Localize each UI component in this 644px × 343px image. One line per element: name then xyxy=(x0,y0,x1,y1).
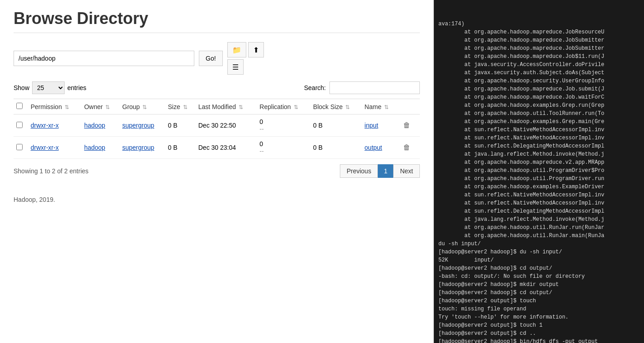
replication-value-1: 0 xyxy=(259,140,263,148)
terminal-line: Try 'touch --help' for more information. xyxy=(438,313,639,321)
sort-permission-icon[interactable]: ⇅ xyxy=(65,104,69,110)
terminal-content: ava:174) at org.apache.hadoop.mapreduce.… xyxy=(438,20,639,343)
col-permission-label: Permission xyxy=(31,103,62,110)
row-replication: 0 -- xyxy=(257,137,310,159)
delete-button-1[interactable]: 🗑 xyxy=(400,143,413,152)
show-entries: Show 10 25 50 100 entries xyxy=(14,81,86,94)
terminal-panel: ava:174) at org.apache.hadoop.mapreduce.… xyxy=(434,0,644,343)
table-row: drwxr-xr-x hadoop supergroup 0 B Dec 30 … xyxy=(14,137,420,159)
terminal-line: at org.apache.hadoop.mapreduce.v2.app.MR… xyxy=(438,158,639,167)
delete-button-0[interactable]: 🗑 xyxy=(400,120,413,130)
left-panel: Browse Directory Go! 📁 ⬆ ☰ Show xyxy=(0,0,434,343)
row-size: 0 B xyxy=(165,137,196,159)
terminal-line: [hadoop@server2 hadoop]$ cd output/ xyxy=(438,289,639,297)
terminal-line: [hadoop@server2 output]$ cd .. xyxy=(438,329,639,338)
col-block-size: Block Size ⇅ xyxy=(310,99,362,114)
terminal-line: at sun.reflect.DelegatingMethodAccessorI… xyxy=(438,142,639,150)
row-owner: hadoop xyxy=(81,137,119,159)
terminal-line: [hadoop@server2 output]$ touch 1 xyxy=(438,321,639,329)
owner-link-1[interactable]: hadoop xyxy=(84,144,105,151)
terminal-line: [hadoop@server2 hadoop]$ du -sh input/ xyxy=(438,248,639,256)
row-checkbox-1[interactable] xyxy=(16,144,23,150)
terminal-line: at sun.reflect.NativeMethodAccessorImpl.… xyxy=(438,191,639,199)
list-icon-button[interactable]: ☰ xyxy=(227,59,244,75)
select-all-checkbox[interactable] xyxy=(16,103,23,109)
sort-block-size-icon[interactable]: ⇅ xyxy=(345,104,350,110)
terminal-line: at org.apache.hadoop.util.ToolRunner.run… xyxy=(438,110,639,118)
terminal-line: [hadoop@server2 hadoop]$ cd output/ xyxy=(438,264,639,272)
terminal-line: at sun.reflect.NativeMethodAccessorImpl.… xyxy=(438,199,639,207)
path-input[interactable] xyxy=(14,51,194,66)
col-owner-label: Owner xyxy=(84,103,103,110)
row-group: supergroup xyxy=(120,114,165,137)
row-owner: hadoop xyxy=(81,114,119,137)
col-size: Size ⇅ xyxy=(165,99,196,114)
list-icon: ☰ xyxy=(232,63,239,71)
go-button[interactable]: Go! xyxy=(199,51,223,66)
terminal-line: at sun.reflect.NativeMethodAccessorImpl.… xyxy=(438,126,639,134)
terminal-line: at org.apache.hadoop.mapreduce.JobSubmit… xyxy=(438,44,639,52)
row-name: input xyxy=(362,114,398,137)
sort-last-modified-icon[interactable]: ⇅ xyxy=(239,104,243,110)
terminal-line: at org.apache.hadoop.util.ProgramDriver.… xyxy=(438,175,639,183)
terminal-line: at org.apache.hadoop.examples.Grep.main(… xyxy=(438,118,639,126)
terminal-line: [hadoop@server2 hadoop]$ mkdir output xyxy=(438,281,639,289)
terminal-line: at org.apache.hadoop.mapreduce.Job.submi… xyxy=(438,85,639,93)
table-row: drwxr-xr-x hadoop supergroup 0 B Dec 30 … xyxy=(14,114,420,137)
folder-icon-button[interactable]: 📁 xyxy=(227,42,246,57)
name-link-0[interactable]: input xyxy=(365,122,378,129)
permission-link-1[interactable]: drwxr-xr-x xyxy=(31,144,59,151)
terminal-line: at org.apache.hadoop.util.RunJar.run(Run… xyxy=(438,224,639,232)
icon-button-group: 📁 ⬆ ☰ xyxy=(227,42,264,75)
terminal-line: at org.apache.hadoop.util.ProgramDriver$… xyxy=(438,167,639,175)
terminal-line: at org.apache.hadoop.mapreduce.Job$11.ru… xyxy=(438,52,639,61)
row-last-modified: Dec 30 22:50 xyxy=(196,114,257,137)
sort-size-icon[interactable]: ⇅ xyxy=(183,104,188,110)
terminal-line: at org.apache.hadoop.util.RunJar.main(Ru… xyxy=(438,232,639,240)
terminal-line: at org.apache.hadoop.examples.Grep.run(G… xyxy=(438,101,639,110)
sort-name-icon[interactable]: ⇅ xyxy=(384,104,389,110)
col-last-modified-label: Last Modified xyxy=(198,103,236,110)
name-link-1[interactable]: output xyxy=(365,144,382,151)
table-header-row: Permission ⇅ Owner ⇅ Group ⇅ Size ⇅ Last… xyxy=(14,99,420,114)
terminal-line: at org.apache.hadoop.mapreduce.JobResour… xyxy=(438,28,639,36)
terminal-line: at org.apache.hadoop.mapreduce.Job.waitF… xyxy=(438,93,639,101)
group-link-1[interactable]: supergroup xyxy=(122,144,155,151)
terminal-line: at org.apache.hadoop.mapreduce.JobSubmit… xyxy=(438,36,639,44)
terminal-line: touch: missing file operand xyxy=(438,305,639,313)
footer-text: Hadoop, 2019. xyxy=(14,196,420,203)
terminal-line: du -sh input/ xyxy=(438,240,639,248)
search-input[interactable] xyxy=(329,81,420,94)
pagination-row: Showing 1 to 2 of 2 entries Previous 1 N… xyxy=(14,164,420,178)
row-checkbox-cell xyxy=(14,137,28,159)
terminal-line: at java.security.AccessController.doPriv… xyxy=(438,61,639,69)
sort-owner-icon[interactable]: ⇅ xyxy=(105,104,110,110)
row-replication: 0 -- xyxy=(257,114,310,137)
sort-group-icon[interactable]: ⇅ xyxy=(142,104,147,110)
col-group-label: Group xyxy=(122,103,140,110)
sort-replication-icon[interactable]: ⇅ xyxy=(294,104,298,110)
permission-link-0[interactable]: drwxr-xr-x xyxy=(31,122,59,129)
search-label: Search: xyxy=(304,84,326,91)
showing-text: Showing 1 to 2 of 2 entries xyxy=(14,167,89,175)
entries-suffix: entries xyxy=(67,84,86,91)
next-button[interactable]: Next xyxy=(393,164,420,178)
terminal-line: at java.lang.reflect.Method.invoke(Metho… xyxy=(438,150,639,158)
upload-icon-button[interactable]: ⬆ xyxy=(248,42,264,57)
row-size: 0 B xyxy=(165,114,196,137)
search-row: Search: xyxy=(304,81,420,94)
entries-select[interactable]: 10 25 50 100 xyxy=(32,81,65,94)
previous-button[interactable]: Previous xyxy=(340,164,378,178)
col-permission: Permission ⇅ xyxy=(28,99,81,114)
folder-icon: 📁 xyxy=(232,46,241,54)
icon-row-bottom: ☰ xyxy=(227,59,244,75)
group-link-0[interactable]: supergroup xyxy=(122,122,155,129)
directory-table: Permission ⇅ Owner ⇅ Group ⇅ Size ⇅ Last… xyxy=(14,99,420,159)
owner-link-0[interactable]: hadoop xyxy=(84,122,105,129)
current-page-number: 1 xyxy=(378,164,393,178)
col-name-label: Name xyxy=(365,103,381,110)
col-size-label: Size xyxy=(168,103,180,110)
terminal-line: at java.lang.reflect.Method.invoke(Metho… xyxy=(438,215,639,224)
terminal-line: [hadoop@server2 hadoop]$ bin/hdfs dfs -p… xyxy=(438,338,639,343)
row-checkbox-0[interactable] xyxy=(16,122,23,128)
